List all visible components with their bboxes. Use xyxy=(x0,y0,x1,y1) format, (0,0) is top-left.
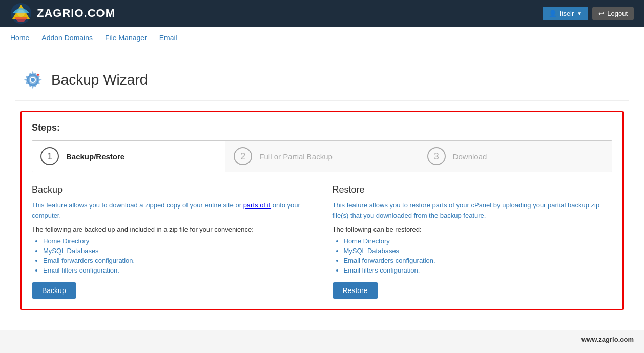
backup-column: Backup This feature allows you to downlo… xyxy=(32,184,312,299)
list-item: Email filters configuration. xyxy=(344,266,613,274)
header-right: 👤 itseir ▼ ↩ Logout xyxy=(543,7,634,20)
step-tab-3[interactable]: 3 Download xyxy=(419,141,612,172)
header: ZAGRIO.COM 👤 itseir ▼ ↩ Logout xyxy=(0,0,644,27)
footer-text: www.zagrio.com xyxy=(581,336,634,343)
page-title-area: ✦ Backup Wizard xyxy=(15,59,629,101)
nav-file-manager[interactable]: File Manager xyxy=(105,28,147,48)
backup-description: This feature allows you to download a zi… xyxy=(32,200,312,220)
restore-desc: This feature allows you to restore parts… xyxy=(333,201,600,219)
step-label-3: Download xyxy=(453,152,487,161)
backup-title: Backup xyxy=(32,184,312,195)
backup-button[interactable]: Backup xyxy=(32,282,76,299)
nav-addon-domains[interactable]: Addon Domains xyxy=(41,28,93,48)
steps-tabs: 1 Backup/Restore 2 Full or Partial Backu… xyxy=(32,140,612,172)
steps-box: Steps: 1 Backup/Restore 2 Full or Partia… xyxy=(20,111,624,310)
nav-home[interactable]: Home xyxy=(10,28,29,48)
logout-icon: ↩ xyxy=(598,10,604,17)
restore-list: Home Directory MySQL Databases Email for… xyxy=(333,237,613,274)
list-item: MySQL Databases xyxy=(43,247,312,255)
list-item: Email forwarders configuration. xyxy=(43,257,312,264)
backup-wizard-icon: ✦ xyxy=(20,68,45,92)
nav-email[interactable]: Email xyxy=(159,28,177,48)
step-circle-3: 3 xyxy=(427,147,446,165)
svg-point-1 xyxy=(17,10,25,17)
logout-button[interactable]: ↩ Logout xyxy=(592,7,634,20)
user-button[interactable]: 👤 itseir ▼ xyxy=(543,7,588,20)
step-label-2: Full or Partial Backup xyxy=(259,152,333,161)
backup-list: Home Directory MySQL Databases Email for… xyxy=(32,237,312,274)
restore-description: This feature allows you to restore parts… xyxy=(333,200,613,220)
restore-sub: The following can be restored: xyxy=(333,225,613,233)
step-tab-1[interactable]: 1 Backup/Restore xyxy=(32,141,225,172)
list-item: MySQL Databases xyxy=(344,247,613,255)
step-circle-2: 2 xyxy=(234,147,252,165)
chevron-down-icon: ▼ xyxy=(577,11,582,16)
logo-icon xyxy=(10,3,32,24)
list-item: Home Directory xyxy=(344,237,613,245)
list-item: Home Directory xyxy=(43,237,312,245)
svg-text:✦: ✦ xyxy=(36,72,40,78)
restore-button[interactable]: Restore xyxy=(333,282,378,299)
main-content: ✦ Backup Wizard Steps: 1 Backup/Restore … xyxy=(0,49,644,330)
restore-title: Restore xyxy=(333,184,613,195)
step-label-1: Backup/Restore xyxy=(66,152,124,161)
user-icon: 👤 xyxy=(549,10,557,17)
backup-desc-part1: This feature allows you to download a zi… xyxy=(32,201,243,209)
footer: www.zagrio.com xyxy=(0,330,644,348)
steps-label: Steps: xyxy=(32,122,612,133)
logout-label: Logout xyxy=(607,10,628,17)
page-title: Backup Wizard xyxy=(51,72,148,88)
restore-column: Restore This feature allows you to resto… xyxy=(333,184,613,299)
svg-point-4 xyxy=(31,78,35,82)
list-item: Email filters configuration. xyxy=(43,266,312,274)
step-circle-1: 1 xyxy=(40,147,59,165)
content-columns: Backup This feature allows you to downlo… xyxy=(32,184,612,299)
user-label: itseir xyxy=(560,10,574,17)
list-item: Email forwarders configuration. xyxy=(344,257,613,264)
main-nav: Home Addon Domains File Manager Email xyxy=(0,27,644,49)
header-left: ZAGRIO.COM xyxy=(10,3,115,24)
logo-text: ZAGRIO.COM xyxy=(37,7,115,20)
step-tab-2[interactable]: 2 Full or Partial Backup xyxy=(225,141,419,172)
backup-sub: The following are backed up and included… xyxy=(32,225,312,233)
backup-desc-link[interactable]: parts of it xyxy=(243,201,271,209)
